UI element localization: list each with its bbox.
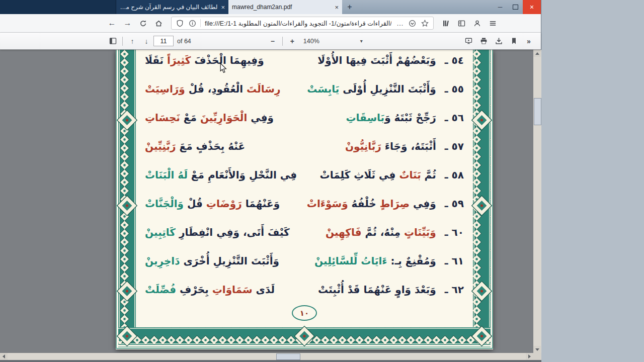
next-page-button[interactable]: ↓ [139, 35, 153, 48]
pdf-sidebar-icon [109, 37, 117, 45]
pdf-toolbar: ↑ ↓ of 64 − + 140% ▾ » [0, 33, 541, 50]
verse-text-segment: كَثِيرَاً [167, 54, 191, 66]
verse-text-segment: وَرَاسِيَتْ [145, 83, 185, 95]
print-button[interactable] [476, 35, 491, 48]
back-button[interactable]: ← [105, 16, 119, 30]
page-actions-button[interactable]: … [395, 19, 405, 27]
close-window-button[interactable]: × [523, 0, 541, 14]
presentation-mode-button[interactable] [461, 35, 475, 48]
verse-text-segment: وَفِي [410, 198, 436, 210]
verse-line: ٥٧ ـ أَثْبَتَهُ، وَجَاءَ رَبَّانِيُّونْع… [145, 132, 464, 160]
verse-text-segment: لَدَى [253, 284, 275, 296]
hemistich-first: ٥٧ ـ أَثْبَتَهُ، وَجَاءَ رَبَّانِيُّونْ [345, 140, 464, 152]
hemistich-second: عَنْهُ بِحَذْفٍ مَعَ رَبَّنِيِّينْ [145, 140, 245, 152]
verse-text-segment: صِرَاطٍ [380, 198, 410, 210]
verse-number: ٥٤ ـ [441, 54, 464, 66]
verse-text-segment: يَابِسَتْ [307, 83, 339, 95]
page-number-ornament: ١٠ [292, 305, 317, 321]
horizontal-scrollbar-thumb[interactable] [276, 353, 300, 360]
verse-text-segment: بِحَرْفِ [176, 284, 212, 296]
verse-text-segment: ثُمَّ [421, 169, 436, 181]
reload-button[interactable] [136, 16, 150, 30]
sidebars-button[interactable] [454, 16, 469, 30]
toolbar-more-button[interactable]: » [522, 35, 536, 48]
scroll-up-button[interactable] [533, 50, 541, 57]
verse-text-segment: فُصِّلَتْ [145, 284, 176, 296]
triangle-up-icon [535, 52, 539, 55]
previous-page-button[interactable]: ↑ [125, 35, 139, 48]
hemistich-first: ٥٤ ـ وَبَعْضُهُمْ أَثْبَتَ فِيهَا الأُوْ… [317, 54, 464, 66]
verse-text-segment: كَيْفَ أَتَى، وَفِي انْفِطَارِ [176, 226, 290, 238]
hemistich-second: فِي النَّحْلِ وَالأَنْعَامِ مَعْ لَهُ ال… [145, 169, 297, 181]
tab-close-icon[interactable]: × [221, 4, 225, 11]
library-button[interactable] [439, 16, 453, 30]
verse-text-segment: وَأَثْبَتَ التَّنْزِيلِ أُوْلَى [339, 83, 436, 95]
bookmark-button[interactable] [507, 35, 521, 48]
verse-line: ٦١ ـ وَمُقْنِعٌ بِـ: ءَايَاتُ لِّلسَّائِ… [145, 246, 464, 275]
scroll-down-button[interactable] [533, 346, 541, 353]
horizontal-scrollbar[interactable] [0, 353, 533, 360]
triangle-left-icon [3, 354, 5, 358]
account-button[interactable] [470, 16, 485, 30]
verse-text-segment: عَنْهُ بِحَذْفٍ مَعَ [176, 140, 246, 152]
star-icon [421, 20, 429, 27]
home-button[interactable] [151, 16, 166, 30]
address-bar[interactable]: … [171, 17, 434, 30]
hemistich-first: ٥٩ ـ وَفِي صِرَاطٍ خُلْفُهُ وَسَوْءَاتْ [307, 198, 464, 210]
verse-text-segment: دَاخِرِينْ [145, 255, 180, 267]
sidebar-icon [458, 20, 465, 27]
presentation-icon [465, 37, 472, 45]
zoom-in-button[interactable]: + [285, 35, 299, 48]
scroll-left-button[interactable] [0, 353, 8, 360]
site-info-button[interactable] [188, 20, 197, 27]
zoom-out-button[interactable]: − [266, 35, 280, 48]
new-tab-button[interactable]: + [342, 0, 357, 14]
tab-quran-book[interactable]: لطائف البيان في رسم القرآن شرح مورد × [116, 0, 228, 14]
zoom-select[interactable]: 140% ▾ [299, 35, 367, 47]
verse-text-segment: الْعُقُودِ، قُلْ [185, 83, 247, 95]
window-bottom-edge [0, 360, 541, 362]
scroll-right-button[interactable] [526, 353, 533, 360]
bookmark-star-button[interactable] [420, 20, 430, 27]
verse-text-segment: لَهُ الْبَنَاتْ [145, 169, 188, 181]
verse-text-segment: وَبَعْضُهُمْ أَثْبَتَ فِيهَا الأُوْلَا [317, 54, 436, 66]
verse-text-segment: رَجِّحْ ثَبْتَهُ وَ [384, 112, 436, 124]
tab-label: mawred_dham2an.pdf [232, 4, 331, 11]
maximize-button[interactable] [508, 0, 523, 14]
pdf-sidebar-toggle-button[interactable] [106, 35, 120, 48]
tab-pdf[interactable]: mawred_dham2an.pdf × [228, 0, 342, 14]
url-input[interactable] [204, 18, 392, 29]
printer-icon [480, 37, 488, 45]
tracking-protection-button[interactable] [175, 20, 185, 27]
toolbar-divider [282, 37, 283, 46]
hemistich-first: ٥٦ ـ رَجِّحْ ثَبْتَهُ وَبَاسِقَاتِ [346, 112, 464, 124]
verse-line: ٥٨ ـ ثُمَّ بَنَاتٌ فِي ثَلَاثِ كَلِمَاتْ… [145, 160, 464, 189]
verse-text-segment: الْحَوَارِيِّينَ [200, 112, 247, 124]
hamburger-icon [489, 20, 497, 27]
pocket-button[interactable] [408, 20, 417, 27]
hemistich-first: ٥٥ ـ وَأَثْبَتَ التَّنْزِيلِ أُوْلَى يَا… [307, 83, 464, 95]
download-button[interactable] [492, 35, 506, 48]
verse-number: ٦٠ ـ [441, 226, 464, 238]
scrollbar-corner [533, 353, 541, 360]
toolbar-divider [122, 37, 123, 46]
verse-text-segment: قُلْ [184, 198, 206, 210]
reload-icon [139, 20, 147, 27]
verse-text-segment: بَاسِقَاتِ [346, 112, 384, 124]
menu-button[interactable] [486, 16, 500, 30]
hemistich-second: لَدَى سَمَاوَاتِ بِحَرْفِ فُصِّلَتْ [145, 284, 275, 296]
verse-text-segment: وَبَيِّنَاتٍ [404, 226, 436, 238]
page-number-input[interactable] [153, 36, 174, 46]
forward-button[interactable]: → [120, 16, 135, 30]
tab-close-icon[interactable]: × [335, 4, 339, 11]
verse-text-segment: وَفِي [247, 112, 274, 124]
urlbar-divider [200, 19, 201, 27]
vertical-scrollbar[interactable] [533, 50, 541, 353]
verse-line: ٥٥ ـ وَأَثْبَتَ التَّنْزِيلِ أُوْلَى يَا… [145, 74, 464, 103]
verse-line: ٦٢ ـ وَبَعْدَ وَاوٍ عَنْهُمَا قَدْ أُثْب… [145, 275, 464, 304]
verse-number: ٥٨ ـ [441, 169, 464, 181]
verse-number: ٥٧ ـ [441, 140, 464, 152]
vertical-scrollbar-thumb[interactable] [534, 98, 541, 125]
person-icon [473, 20, 481, 27]
minimize-button[interactable]: ─ [493, 0, 508, 14]
